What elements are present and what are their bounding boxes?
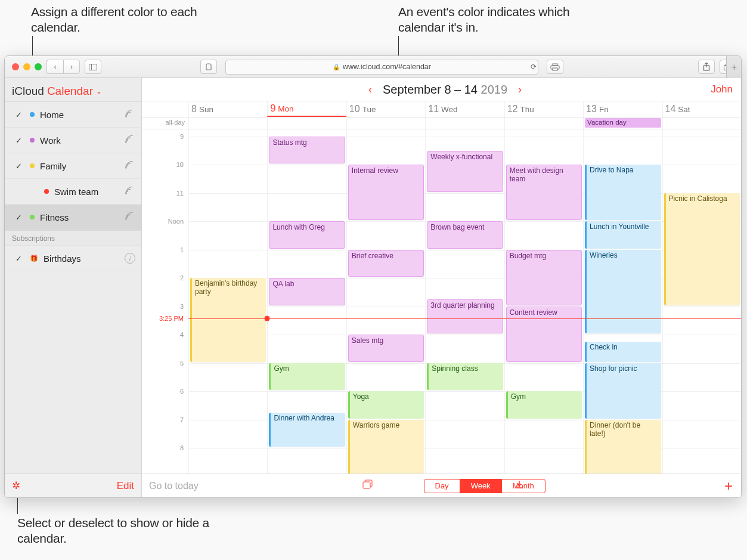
edit-button[interactable]: Edit	[117, 480, 134, 492]
app-switcher[interactable]: iCloud Calendar ⌄	[5, 78, 141, 101]
download-icon[interactable]	[514, 479, 524, 492]
hour-label: 9	[180, 133, 184, 140]
day-header[interactable]: 9 Mon	[267, 101, 346, 117]
day-column[interactable]: Internal reviewBrief creativeSales mtgYo…	[346, 129, 425, 474]
calendar-checkbox[interactable]: ✓	[16, 136, 24, 145]
event[interactable]: Wineries	[585, 250, 661, 334]
prev-week-button[interactable]: ‹	[368, 83, 372, 96]
allday-cell[interactable]: Vacation day	[583, 117, 662, 129]
allday-cell[interactable]	[662, 117, 741, 129]
day-header[interactable]: 10 Tue	[346, 101, 425, 117]
share-icon[interactable]	[125, 187, 135, 197]
close-button[interactable]	[12, 63, 19, 70]
subscriptions-header: Subscriptions	[5, 230, 141, 246]
event[interactable]: Warriors game	[348, 420, 424, 474]
event[interactable]: Brief creative	[348, 250, 424, 277]
calendar-item[interactable]: ✓Fitness	[5, 205, 141, 230]
calendar-name: Home	[40, 110, 125, 120]
new-tab-button[interactable]: +	[726, 56, 742, 78]
event[interactable]: Dinner (don't be late!)	[585, 420, 661, 474]
back-button[interactable]: ‹	[47, 60, 63, 74]
go-to-today[interactable]: Go to today	[149, 481, 199, 491]
day-header[interactable]: 13 Fri	[583, 101, 662, 117]
week-grid[interactable]: 91011Noon123456783:25 PM Benjamin's birt…	[142, 129, 741, 474]
view-day[interactable]: Day	[424, 479, 460, 493]
day-column[interactable]: Weekly x-functionalBrown bag event3rd qu…	[425, 129, 504, 474]
sidebar-toggle-button[interactable]	[85, 60, 101, 74]
event[interactable]: Status mtg	[269, 137, 345, 164]
share-icon[interactable]	[125, 161, 135, 171]
event[interactable]: Content review	[506, 307, 582, 362]
info-icon[interactable]: i	[125, 253, 135, 264]
calendar-item[interactable]: ✓Work	[5, 128, 141, 153]
annotation-top-left: Assign a different color to each calenda…	[31, 4, 210, 36]
day-column[interactable]: Status mtgLunch with GregQA labGymDinner…	[267, 129, 346, 474]
event[interactable]: Lunch in Yountville	[585, 221, 661, 249]
allday-cell[interactable]	[504, 117, 583, 129]
event[interactable]: Meet with design team	[506, 165, 582, 220]
event[interactable]: Yoga	[348, 391, 424, 419]
calendar-item[interactable]: ✓Family	[5, 153, 141, 179]
hour-label: 8	[180, 444, 184, 451]
allday-cell[interactable]	[267, 117, 346, 129]
user-menu[interactable]: John	[711, 83, 733, 95]
event[interactable]: Weekly x-functional	[427, 151, 503, 192]
event[interactable]: Internal review	[348, 165, 424, 220]
event[interactable]: Check in	[585, 342, 661, 362]
allday-cell[interactable]	[188, 117, 267, 129]
add-event-button[interactable]: +	[724, 478, 733, 494]
event[interactable]: Lunch with Greg	[269, 221, 345, 249]
minimize-button[interactable]	[23, 63, 30, 70]
calendar-checkbox[interactable]: ✓	[16, 213, 24, 222]
svg-point-13	[125, 218, 127, 220]
calendar-checkbox[interactable]: ✓	[16, 110, 24, 119]
day-header[interactable]: 11 Wed	[425, 101, 504, 117]
day-header[interactable]: 8 Sun	[188, 101, 267, 117]
calendar-item[interactable]: Swim team	[5, 179, 141, 205]
day-header[interactable]: 12 Thu	[504, 101, 583, 117]
event[interactable]: Picnic in Calistoga	[664, 193, 740, 305]
calendar-color-dot	[30, 215, 35, 219]
calendars-icon[interactable]	[362, 479, 373, 492]
reader-button[interactable]	[200, 60, 217, 74]
calendar-checkbox[interactable]: ✓	[16, 254, 24, 263]
event[interactable]: Dinner with Andrea	[269, 413, 345, 447]
maximize-button[interactable]	[35, 63, 42, 70]
allday-cell[interactable]	[425, 117, 504, 129]
print-button[interactable]	[547, 60, 563, 74]
gear-icon[interactable]: ✲	[12, 479, 20, 492]
chevron-down-icon: ⌄	[96, 87, 102, 95]
subscription-item[interactable]: ✓🎁Birthdaysi	[5, 246, 141, 271]
next-week-button[interactable]: ›	[518, 83, 522, 96]
event[interactable]: Shop for picnic	[585, 363, 661, 419]
share-icon[interactable]	[125, 212, 135, 222]
day-column[interactable]: Benjamin's birthday party	[188, 129, 267, 474]
share-button[interactable]	[698, 60, 715, 74]
event[interactable]: Benjamin's birthday party	[190, 278, 266, 362]
share-icon[interactable]	[125, 135, 135, 146]
share-icon[interactable]	[125, 110, 135, 120]
allday-event[interactable]: Vacation day	[585, 118, 661, 128]
allday-cell[interactable]	[346, 117, 425, 129]
reload-button[interactable]: ⟳	[525, 60, 542, 74]
event[interactable]: Drive to Napa	[585, 165, 661, 220]
event[interactable]: Budget mtg	[506, 250, 582, 305]
event[interactable]: 3rd quarter planning	[427, 299, 503, 333]
calendar-item[interactable]: ✓Home	[5, 102, 141, 128]
day-column[interactable]: Meet with design teamBudget mtgContent r…	[504, 129, 583, 474]
day-header[interactable]: 14 Sat	[662, 101, 741, 117]
day-column[interactable]: Picnic in Calistoga	[662, 129, 741, 474]
url-bar[interactable]: 🔒 www.icloud.com/#calendar	[225, 60, 538, 75]
forward-button[interactable]: ›	[63, 60, 80, 74]
view-week[interactable]: Week	[460, 479, 502, 493]
annotation-bottom: Select or deselect to show or hide a cal…	[17, 515, 214, 547]
event[interactable]: QA lab	[269, 278, 345, 305]
calendar-checkbox[interactable]: ✓	[16, 162, 24, 171]
event[interactable]: Spinning class	[427, 363, 503, 391]
event[interactable]: Gym	[269, 363, 345, 391]
event[interactable]: Brown bag event	[427, 221, 503, 249]
day-column[interactable]: Drive to NapaLunch in YountvilleWineries…	[583, 129, 662, 474]
event[interactable]: Gym	[506, 391, 582, 419]
calendar-main: ‹ September 8 – 14 2019 › John 8 Sun9 Mo…	[142, 78, 741, 497]
event[interactable]: Sales mtg	[348, 335, 424, 362]
